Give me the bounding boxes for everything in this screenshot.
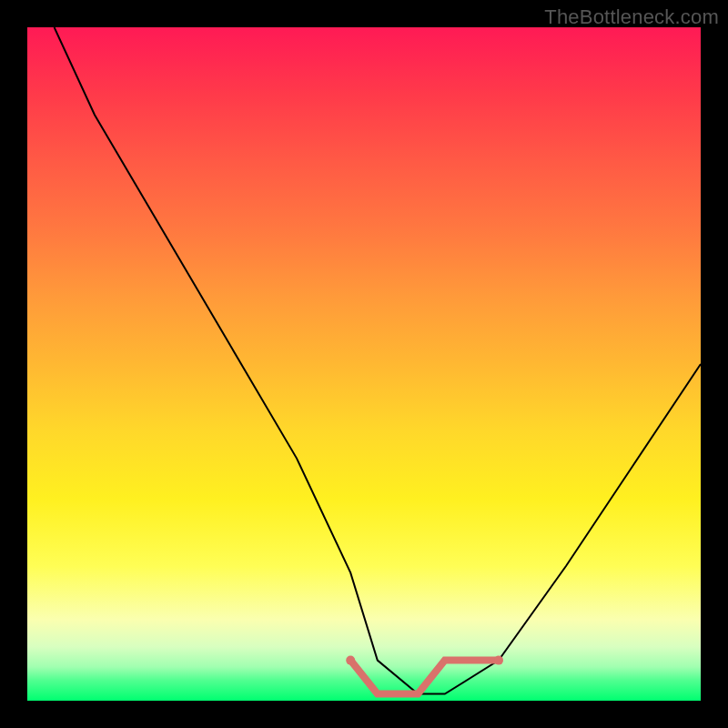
highlight-dot-start — [346, 656, 355, 665]
curve-path — [55, 27, 701, 694]
highlight-path — [350, 661, 499, 694]
bottleneck-curve-svg — [27, 27, 701, 701]
chart-container: TheBottleneck.com — [0, 0, 728, 728]
plot-area — [27, 27, 701, 701]
highlight-dot-end — [494, 656, 503, 665]
watermark-text: TheBottleneck.com — [544, 5, 719, 29]
